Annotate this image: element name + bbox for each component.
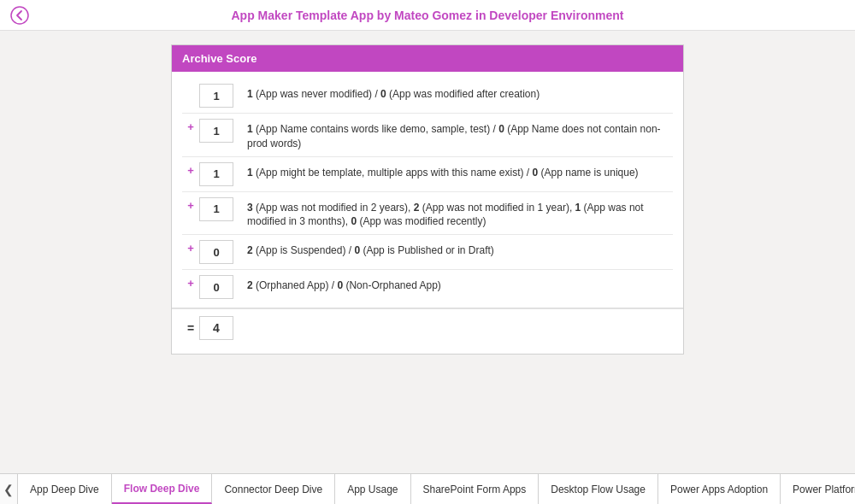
score-value: 1 bbox=[199, 197, 233, 221]
tab-label: SharePoint Form Apps bbox=[423, 483, 527, 495]
score-description: 1 (App might be template, multiple apps … bbox=[247, 162, 673, 180]
operator-cell: + bbox=[182, 119, 199, 133]
tab-desktop-flow-usage[interactable]: Desktop Flow Usage bbox=[539, 474, 658, 504]
tab-app-usage[interactable]: App Usage bbox=[335, 474, 410, 504]
tab-label: Power Platform YoY Ac bbox=[793, 483, 855, 495]
total-operator: = bbox=[182, 321, 199, 335]
svg-point-0 bbox=[11, 7, 28, 24]
tab-power-apps-adoption[interactable]: Power Apps Adoption bbox=[658, 474, 781, 504]
score-row: + 1 3 (App was not modified in 2 years),… bbox=[172, 192, 683, 235]
tab-power-platform-yoy[interactable]: Power Platform YoY Ac bbox=[781, 474, 855, 504]
operator-cell bbox=[182, 84, 199, 85]
archive-score-card: Archive Score 1 1 (App was never modifie… bbox=[171, 44, 684, 355]
chevron-left-icon: ❮ bbox=[3, 483, 14, 496]
score-value: 1 bbox=[199, 84, 233, 108]
score-value: 1 bbox=[199, 119, 233, 143]
score-row: + 0 2 (Orphaned App) / 0 (Non-Orphaned A… bbox=[172, 270, 683, 304]
tab-bar: ❮ App Deep Dive Flow Deep Dive Connector… bbox=[0, 473, 855, 504]
score-value: 0 bbox=[199, 240, 233, 264]
tab-label: Flow Deep Dive bbox=[124, 483, 200, 495]
score-description: 3 (App was not modified in 2 years), 2 (… bbox=[247, 197, 673, 230]
score-description: 1 (App was never modified) / 0 (App was … bbox=[247, 84, 673, 102]
main-content: Archive Score 1 1 (App was never modifie… bbox=[0, 31, 855, 473]
tab-label: App Usage bbox=[347, 483, 398, 495]
tab-app-deep-dive[interactable]: App Deep Dive bbox=[18, 474, 112, 504]
archive-score-header: Archive Score bbox=[172, 45, 683, 72]
tab-label: App Deep Dive bbox=[30, 483, 99, 495]
tab-label: Desktop Flow Usage bbox=[551, 483, 646, 495]
operator-cell: + bbox=[182, 197, 199, 212]
page-title: App Maker Template App by Mateo Gomez in… bbox=[232, 9, 624, 22]
score-row: + 1 1 (App might be template, multiple a… bbox=[172, 157, 683, 191]
total-value: 4 bbox=[199, 316, 233, 340]
app-header: App Maker Template App by Mateo Gomez in… bbox=[0, 0, 855, 31]
score-rows: 1 1 (App was never modified) / 0 (App wa… bbox=[172, 72, 683, 354]
score-row: + 1 1 (App Name contains words like demo… bbox=[172, 114, 683, 156]
total-row: = 4 bbox=[172, 308, 683, 347]
score-row: 1 1 (App was never modified) / 0 (App wa… bbox=[172, 79, 683, 113]
score-value: 0 bbox=[199, 275, 233, 299]
score-description: 2 (App is Suspended) / 0 (App is Publish… bbox=[247, 240, 673, 258]
operator-cell: + bbox=[182, 162, 199, 177]
score-description: 2 (Orphaned App) / 0 (Non-Orphaned App) bbox=[247, 275, 673, 293]
score-description: 1 (App Name contains words like demo, sa… bbox=[247, 119, 673, 151]
operator-cell: + bbox=[182, 240, 199, 255]
score-row: + 0 2 (App is Suspended) / 0 (App is Pub… bbox=[172, 235, 683, 269]
tab-flow-deep-dive[interactable]: Flow Deep Dive bbox=[112, 474, 213, 504]
tab-label: Power Apps Adoption bbox=[670, 483, 768, 495]
tab-nav-left[interactable]: ❮ bbox=[0, 474, 18, 504]
tab-connector-deep-dive[interactable]: Connector Deep Dive bbox=[212, 474, 335, 504]
score-value: 1 bbox=[199, 162, 233, 186]
tab-sharepoint-form-apps[interactable]: SharePoint Form Apps bbox=[411, 474, 540, 504]
tab-label: Connector Deep Dive bbox=[224, 483, 322, 495]
back-button[interactable] bbox=[10, 6, 29, 25]
operator-cell: + bbox=[182, 275, 199, 290]
